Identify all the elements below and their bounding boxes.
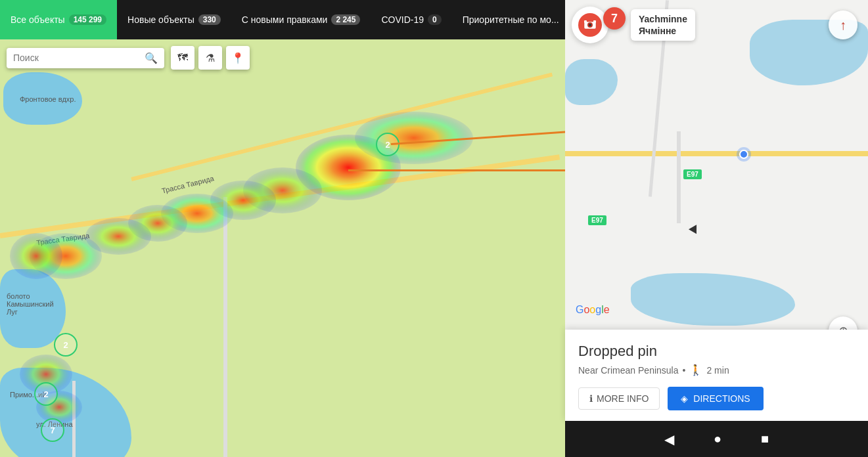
- google-watermark: Google: [576, 304, 610, 316]
- pin-actions: ℹ MORE INFO ◈ DIRECTIONS: [578, 387, 855, 410]
- directions-label: DIRECTIONS: [693, 393, 750, 404]
- filter-button[interactable]: ⚗: [198, 46, 222, 70]
- svg-point-14: [589, 24, 591, 26]
- gmap-road-main: [565, 151, 868, 156]
- pin-button[interactable]: 📍: [226, 46, 250, 70]
- map-controls: 🗺 ⚗ 📍: [171, 46, 250, 70]
- road-vertical: [223, 197, 227, 457]
- nav-all-objects-label: Все объекты: [11, 14, 65, 25]
- search-input[interactable]: [13, 53, 142, 63]
- road-diagonal: [72, 381, 76, 457]
- nav-all-objects-badge: 145 299: [69, 14, 106, 25]
- nav-new-rules-label: С новыми правками: [242, 14, 328, 25]
- nav-new-objects-label: Новые объекты: [127, 14, 194, 25]
- bullet-separator: •: [683, 365, 686, 376]
- nav-new-rules[interactable]: С новыми правками 2 245: [231, 0, 371, 39]
- dropped-pin-title: Dropped pin: [578, 343, 855, 360]
- walk-icon: 🚶: [689, 364, 702, 376]
- directions-button[interactable]: ◈ DIRECTIONS: [668, 387, 763, 410]
- nav-covid-badge: 0: [428, 14, 442, 25]
- nav-covid-label: COVID-19: [381, 14, 424, 25]
- nav-new-objects-badge: 330: [198, 14, 221, 25]
- info-circle-icon: ℹ: [589, 393, 593, 404]
- label-swamp: болото Камышинский Луг: [7, 292, 53, 316]
- notif-count: 7: [603, 7, 626, 30]
- walk-time: 2 min: [706, 365, 729, 376]
- notif-icon-wrap[interactable]: [572, 7, 608, 43]
- nav-priority[interactable]: Приоритетные по мо...: [452, 0, 570, 39]
- nav-all-objects[interactable]: Все объекты 145 299: [0, 0, 117, 39]
- search-bar: 🔍 🗺 ⚗ 📍: [7, 46, 250, 70]
- cluster-2-bottom1[interactable]: 2: [54, 333, 78, 357]
- road-badge-e97-2: E97: [588, 215, 606, 225]
- search-icon[interactable]: 🔍: [145, 52, 158, 64]
- android-recent-button[interactable]: ■: [761, 431, 769, 446]
- more-info-label: MORE INFO: [597, 393, 649, 404]
- road-badge-e97-1: E97: [683, 169, 702, 179]
- android-navigation-bar: ◀ ● ■: [565, 421, 868, 457]
- svg-rect-15: [593, 20, 596, 23]
- notif-line1: Yachminne: [639, 13, 687, 25]
- top-navigation: Все объекты 145 299 Новые объекты 330 С …: [0, 0, 565, 39]
- car-camera-icon: [578, 13, 602, 37]
- cluster-2-bottom2[interactable]: 2: [34, 382, 58, 406]
- blue-location-dot: [739, 150, 748, 159]
- dropped-pin-location: Near Crimean Peninsula: [578, 365, 679, 376]
- search-input-wrap: 🔍: [7, 48, 164, 68]
- label-frontovoe: Фронтовое вдхр.: [20, 95, 76, 103]
- notification-bubble: 7 Yachminne Ячмінне: [572, 7, 695, 43]
- cluster-7-bottom[interactable]: 7: [41, 418, 64, 442]
- android-back-button[interactable]: ◀: [664, 431, 674, 447]
- more-info-button[interactable]: ℹ MORE INFO: [578, 387, 660, 410]
- notif-label: Yachminne Ячмінне: [631, 9, 695, 41]
- dropped-pin-subtitle: Near Crimean Peninsula • 🚶 2 min: [578, 364, 855, 376]
- orange-line-2: [348, 169, 565, 171]
- android-home-button[interactable]: ●: [714, 431, 721, 446]
- nav-new-objects[interactable]: Новые объекты 330: [117, 0, 231, 39]
- map-view-button[interactable]: 🗺: [171, 46, 194, 70]
- dropped-pin-panel: Dropped pin Near Crimean Peninsula • 🚶 2…: [565, 330, 868, 421]
- svg-rect-16: [584, 20, 587, 23]
- compass-button[interactable]: ↑: [829, 11, 857, 39]
- nav-new-rules-badge: 2 245: [331, 14, 360, 25]
- gmap-road-e97-vert: [677, 131, 681, 223]
- directions-icon: ◈: [681, 393, 688, 404]
- nav-priority-label: Приоритетные по мо...: [463, 14, 559, 25]
- notif-line2: Ячмінне: [639, 25, 687, 37]
- nav-covid[interactable]: COVID-19 0: [371, 0, 451, 39]
